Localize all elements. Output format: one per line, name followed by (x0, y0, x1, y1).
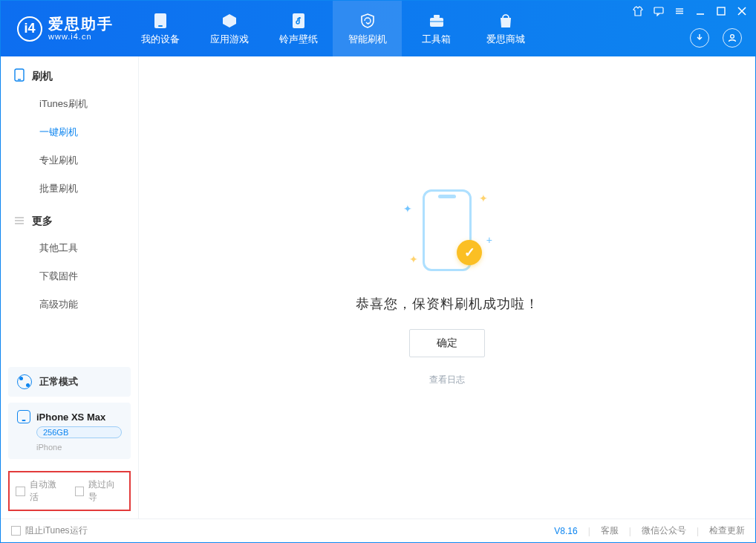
tab-ringtone-wallpaper[interactable]: 铃声壁纸 (264, 1, 333, 56)
shield-refresh-icon (359, 12, 377, 30)
footer-link-update[interactable]: 检查更新 (709, 524, 745, 537)
checkbox-icon (75, 487, 85, 496)
svg-rect-1 (158, 25, 163, 27)
close-icon[interactable] (736, 5, 748, 17)
mode-label: 正常模式 (39, 375, 78, 388)
checkbox-auto-activate[interactable]: 自动激活 (16, 478, 65, 504)
phone-outline-icon (14, 68, 25, 84)
tab-toolbox[interactable]: 工具箱 (402, 1, 471, 56)
check-badge-icon: ✓ (457, 240, 482, 265)
checkbox-icon (16, 487, 25, 496)
sparkle-icon: ✦ (403, 203, 412, 215)
download-icon[interactable] (690, 28, 709, 48)
device-card[interactable]: iPhone XS Max 256GB iPhone (8, 403, 131, 459)
tab-my-device[interactable]: 我的设备 (126, 1, 195, 56)
app-header: i4 爱思助手 www.i4.cn 我的设备 应用游戏 铃声壁纸 智能刷机 工具… (1, 1, 755, 56)
sidebar-section-more: 更多 (1, 203, 138, 234)
cube-icon (221, 12, 238, 30)
checkbox-icon (11, 526, 21, 536)
checkbox-label: 跳过向导 (88, 478, 123, 504)
checkbox-label: 自动激活 (30, 478, 65, 504)
device-icon (17, 410, 30, 423)
svg-rect-11 (717, 7, 725, 15)
section-title: 刷机 (32, 70, 53, 83)
phone-icon (151, 12, 169, 30)
app-name: 爱思助手 (48, 16, 114, 32)
header-right-icons (690, 28, 742, 48)
sidebar-item-oneclick-flash[interactable]: 一键刷机 (1, 118, 138, 146)
mode-icon (17, 374, 32, 389)
svg-rect-2 (293, 13, 304, 28)
footer-link-wechat[interactable]: 微信公众号 (642, 524, 686, 537)
section-title: 更多 (32, 215, 53, 228)
app-logo: i4 爱思助手 www.i4.cn (1, 16, 126, 41)
separator: | (623, 526, 637, 536)
sidebar-item-itunes-flash[interactable]: iTunes刷机 (1, 90, 138, 118)
sparkle-icon: ✦ (409, 253, 418, 265)
svg-point-14 (731, 35, 734, 39)
sidebar-item-batch-flash[interactable]: 批量刷机 (1, 175, 138, 203)
svg-rect-3 (430, 18, 443, 27)
view-log-link[interactable]: 查看日志 (429, 374, 465, 386)
tab-label: 智能刷机 (348, 33, 387, 46)
footer-link-support[interactable]: 客服 (601, 524, 619, 537)
device-subtitle: iPhone (36, 443, 122, 452)
tab-smart-flash[interactable]: 智能刷机 (333, 1, 402, 56)
svg-rect-6 (654, 7, 663, 13)
highlighted-options: 自动激活 跳过向导 (8, 471, 131, 511)
app-url: www.i4.cn (48, 32, 114, 41)
sparkle-icon: + (486, 234, 492, 246)
svg-rect-4 (434, 15, 440, 18)
sidebar-item-advanced[interactable]: 高级功能 (1, 290, 138, 319)
tab-label: 工具箱 (422, 33, 451, 46)
maximize-icon[interactable] (715, 5, 727, 17)
success-illustration: ✓ ✦ ✦ ✦ + (406, 189, 488, 279)
tab-store[interactable]: 爱思商城 (471, 1, 540, 56)
device-name: iPhone XS Max (36, 412, 105, 423)
version-label: V8.16 (554, 526, 577, 536)
shirt-icon[interactable] (632, 5, 644, 17)
mode-card[interactable]: 正常模式 (8, 367, 131, 397)
sidebar-item-other-tools[interactable]: 其他工具 (1, 234, 138, 262)
main-content: ✓ ✦ ✦ ✦ + 恭喜您，保资料刷机成功啦！ 确定 查看日志 (139, 56, 755, 518)
header-tabs: 我的设备 应用游戏 铃声壁纸 智能刷机 工具箱 爱思商城 (126, 1, 540, 56)
music-file-icon (290, 12, 307, 30)
window-controls (632, 5, 748, 17)
toolbox-icon (428, 12, 446, 30)
separator: | (582, 526, 596, 536)
sidebar-item-download-firmware[interactable]: 下载固件 (1, 262, 138, 290)
confirm-button[interactable]: 确定 (409, 329, 485, 357)
checkbox-skip-guide[interactable]: 跳过向导 (75, 478, 124, 504)
sparkle-icon: ✦ (479, 192, 488, 204)
tab-label: 铃声壁纸 (279, 33, 318, 46)
user-icon[interactable] (723, 28, 742, 48)
tab-label: 爱思商城 (486, 33, 525, 46)
device-capacity: 256GB (36, 426, 122, 438)
tab-label: 我的设备 (141, 33, 180, 46)
feedback-icon[interactable] (653, 5, 665, 17)
menu-icon[interactable] (674, 5, 685, 17)
sidebar-item-pro-flash[interactable]: 专业刷机 (1, 146, 138, 175)
checkbox-label: 阻止iTunes运行 (25, 524, 88, 537)
separator: | (691, 526, 705, 536)
statusbar: 阻止iTunes运行 V8.16 | 客服 | 微信公众号 | 检查更新 (1, 518, 755, 542)
success-message: 恭喜您，保资料刷机成功啦！ (356, 295, 539, 313)
logo-icon: i4 (17, 16, 42, 42)
tab-apps-games[interactable]: 应用游戏 (195, 1, 264, 56)
checkbox-block-itunes[interactable]: 阻止iTunes运行 (11, 524, 88, 537)
tab-label: 应用游戏 (210, 33, 249, 46)
minimize-icon[interactable] (694, 5, 706, 17)
sidebar: 刷机 iTunes刷机 一键刷机 专业刷机 批量刷机 更多 其他工具 下载固件 … (1, 56, 139, 518)
sidebar-section-flash: 刷机 (1, 56, 138, 90)
list-icon (14, 215, 25, 228)
bag-icon (497, 12, 515, 30)
